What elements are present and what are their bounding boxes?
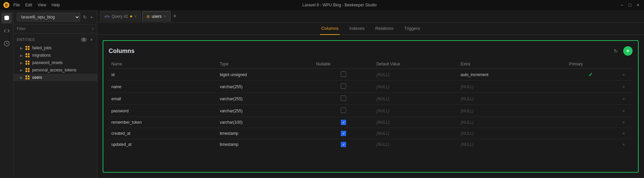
table-icon	[25, 53, 30, 57]
database-selector[interactable]: laravel8_wpu_blog	[17, 13, 80, 21]
tab-users-close[interactable]: ×	[164, 14, 166, 19]
cell-nullable[interactable]	[313, 93, 374, 105]
rail-database-icon[interactable]	[1, 13, 12, 23]
cell-action[interactable]: ×	[614, 128, 633, 139]
cell-extra: (NULL)	[458, 81, 566, 93]
nullable-checkbox[interactable]: ✓	[341, 120, 346, 125]
table-icon	[25, 75, 30, 79]
title-bar-left: B File Edit View Help	[3, 2, 60, 8]
add-entity-button[interactable]: +	[90, 36, 94, 43]
sidebar-item-password-resets[interactable]: ▶ password_resets	[13, 59, 97, 66]
table-row: remember_token varchar(100) ✓ (NULL) (NU…	[109, 117, 633, 128]
delete-column-button[interactable]: ×	[622, 131, 625, 136]
cell-nullable[interactable]: ✓	[313, 139, 374, 150]
nullable-checkbox[interactable]	[341, 71, 346, 77]
cell-primary: ✓	[566, 69, 614, 81]
nullable-checkbox[interactable]: ✓	[341, 142, 346, 147]
sidebar-item-users[interactable]: ▶ users	[13, 74, 97, 81]
add-tab-button[interactable]: +	[173, 13, 177, 20]
close-button[interactable]: ×	[635, 2, 641, 8]
cell-default: (NULL)	[374, 81, 458, 93]
sidebar-item-migrations[interactable]: ▶ migrations	[13, 52, 97, 59]
table-row: email varchar(255) (NULL) (NULL) ×	[109, 93, 633, 105]
sidebar-item-failed-jobs[interactable]: ▶ failed_jobs	[13, 44, 97, 52]
entities-count: 5	[81, 38, 87, 42]
col-header-nullable: Nullable	[313, 60, 374, 69]
col-header-default: Default Value	[374, 60, 458, 69]
cell-default: (NULL)	[374, 128, 458, 139]
tab-query1[interactable]: </> Query #1 ×	[100, 11, 141, 22]
nullable-checkbox[interactable]	[341, 83, 346, 89]
cell-nullable[interactable]	[313, 81, 374, 93]
icon-rail	[0, 10, 13, 178]
sub-tab-indexes[interactable]: Indexes	[348, 23, 366, 35]
menu-help[interactable]: Help	[52, 3, 60, 7]
cell-type: bigint unsigned	[217, 69, 313, 81]
cell-type: varchar(255)	[217, 93, 313, 105]
cell-name: password	[109, 105, 217, 117]
extra-value: (NULL)	[461, 84, 474, 89]
sidebar-item-personal-access-tokens[interactable]: ▶ personal_access_tokens	[13, 66, 97, 74]
sub-tab-columns[interactable]: Columns	[320, 23, 340, 35]
menu-edit[interactable]: Edit	[25, 3, 32, 7]
rail-history-icon[interactable]	[1, 38, 12, 49]
delete-column-button[interactable]: ×	[622, 96, 625, 102]
delete-column-button[interactable]: ×	[622, 142, 625, 147]
tab-bar: </> Query #1 × ⊞ users × +	[97, 10, 644, 23]
cell-name: created_at	[109, 128, 217, 139]
tab-users[interactable]: ⊞ users ×	[142, 11, 170, 22]
refresh-columns-button[interactable]: ↻	[611, 46, 621, 56]
title-bar-menu: File Edit View Help	[13, 3, 60, 7]
columns-table: Name Type Nullable Default Value Extra P…	[109, 60, 633, 150]
table-icon	[25, 46, 30, 50]
cell-primary	[566, 139, 614, 150]
chevron-right-icon: ▶	[20, 76, 23, 79]
extra-value: (NULL)	[461, 109, 474, 113]
nullable-checkbox[interactable]: ✓	[341, 131, 346, 136]
menu-view[interactable]: View	[38, 3, 46, 7]
cell-nullable[interactable]: ✓	[313, 117, 374, 128]
extra-value: (NULL)	[461, 142, 474, 147]
sub-tab-triggers[interactable]: Triggers	[403, 23, 421, 35]
sub-tab-relations[interactable]: Relations	[374, 23, 395, 35]
cell-name: email	[109, 93, 217, 105]
cell-primary	[566, 128, 614, 139]
add-connection-button[interactable]: +	[90, 14, 94, 20]
rail-code-icon[interactable]	[1, 25, 12, 36]
table-row: id bigint unsigned (NULL) auto_increment…	[109, 69, 633, 81]
columns-actions: ↻ +	[611, 46, 633, 56]
tab-users-label: users	[152, 14, 161, 19]
main-content: </> Query #1 × ⊞ users × + Columns Index…	[97, 10, 644, 178]
cell-action[interactable]: ×	[614, 117, 633, 128]
cell-nullable[interactable]	[313, 105, 374, 117]
cell-action[interactable]: ×	[614, 93, 633, 105]
entities-header: ENTITIES 5 +	[13, 34, 97, 44]
delete-column-button[interactable]: ×	[622, 120, 625, 125]
maximize-button[interactable]: □	[627, 2, 633, 8]
add-column-button[interactable]: +	[623, 46, 633, 56]
cell-action[interactable]: ×	[614, 139, 633, 150]
cell-primary	[566, 93, 614, 105]
cell-action[interactable]: ×	[614, 69, 633, 81]
cell-nullable[interactable]	[313, 69, 374, 81]
cell-nullable[interactable]: ✓	[313, 128, 374, 139]
columns-box-header: Columns ↻ +	[109, 46, 633, 56]
filter-input[interactable]	[17, 26, 90, 31]
delete-column-button[interactable]: ×	[622, 108, 625, 114]
entity-name: users	[32, 75, 42, 80]
entity-name: password_resets	[32, 60, 63, 65]
nullable-checkbox[interactable]	[341, 108, 346, 113]
tab-query1-label: Query #1	[112, 14, 128, 19]
menu-file[interactable]: File	[13, 3, 20, 7]
delete-column-button[interactable]: ×	[622, 84, 625, 90]
tab-query1-close[interactable]: ×	[134, 14, 137, 19]
table-icon	[25, 68, 30, 72]
delete-column-button[interactable]: ×	[622, 72, 625, 77]
cell-type: varchar(100)	[217, 117, 313, 128]
cell-action[interactable]: ×	[614, 81, 633, 93]
nullable-checkbox[interactable]	[341, 96, 346, 101]
minimize-button[interactable]: −	[619, 2, 625, 8]
refresh-db-button[interactable]: ↻	[82, 14, 88, 20]
cell-action[interactable]: ×	[614, 105, 633, 117]
chevron-right-icon: ▶	[20, 61, 23, 65]
